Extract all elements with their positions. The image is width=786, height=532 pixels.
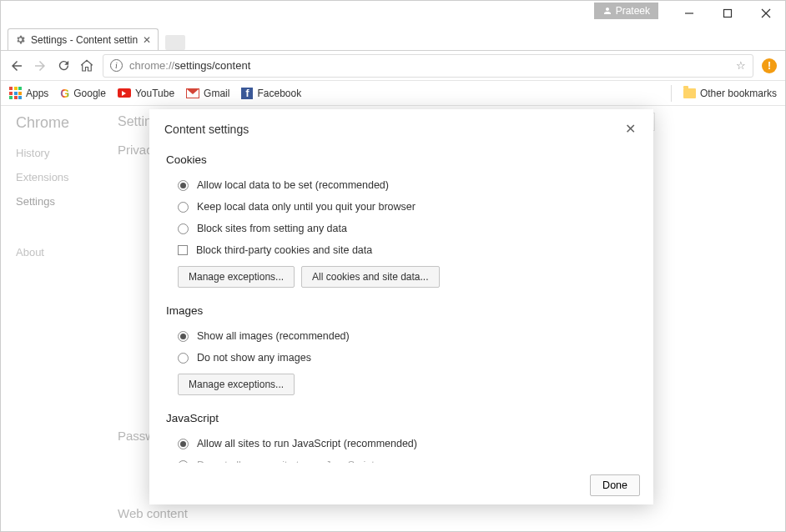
browser-toolbar: i chrome://settings/content ☆ ! <box>1 51 785 81</box>
option-label: Do not allow any site to run JavaScript <box>197 459 375 463</box>
bookmark-google[interactable]: GGoogle <box>60 87 106 100</box>
content-settings-dialog: Content settings ✕ Cookies Allow local d… <box>149 109 653 504</box>
option-label: Do not show any images <box>197 352 311 364</box>
bookmark-label: Gmail <box>204 88 229 99</box>
bookmark-label: Google <box>73 88 106 99</box>
window-titlebar: Prateek <box>1 1 785 26</box>
javascript-allow-option[interactable]: Allow all sites to run JavaScript (recom… <box>166 433 635 454</box>
sidebar-brand: Chrome <box>16 114 103 132</box>
nav-forward-button[interactable] <box>33 58 48 73</box>
images-section: Images Show all images (recommended) Do … <box>166 304 635 395</box>
folder-icon <box>683 88 696 98</box>
sidebar-item-history[interactable]: History <box>16 147 103 159</box>
bookmark-label: Other bookmarks <box>700 88 777 99</box>
radio-icon <box>178 202 189 213</box>
bookmark-label: Apps <box>26 88 48 99</box>
javascript-block-option[interactable]: Do not allow any site to run JavaScript <box>166 454 635 463</box>
gmail-icon <box>186 88 199 98</box>
checkbox-icon <box>178 245 188 255</box>
bookmark-star-icon[interactable]: ☆ <box>736 59 746 72</box>
profile-badge[interactable]: Prateek <box>594 3 658 19</box>
bookmark-label: Facebook <box>257 88 301 99</box>
separator <box>671 85 672 102</box>
tab-close-icon[interactable]: ✕ <box>143 34 151 46</box>
tab-strip: Settings - Content settin ✕ <box>1 26 785 51</box>
images-show-option[interactable]: Show all images (recommended) <box>166 325 635 347</box>
svg-rect-1 <box>724 10 732 18</box>
sidebar-item-settings[interactable]: Settings <box>16 195 103 208</box>
browser-tab[interactable]: Settings - Content settin ✕ <box>8 28 159 50</box>
web-content-section-label: Web content <box>118 506 785 520</box>
dialog-close-button[interactable]: ✕ <box>622 121 638 137</box>
bookmark-other-folder[interactable]: Other bookmarks <box>683 88 777 99</box>
bookmark-gmail[interactable]: Gmail <box>186 88 229 99</box>
dialog-title: Content settings <box>164 123 249 136</box>
youtube-icon <box>118 88 131 98</box>
gear-icon <box>15 34 26 45</box>
option-label: Allow all sites to run JavaScript (recom… <box>197 438 417 449</box>
option-label: Show all images (recommended) <box>197 330 350 342</box>
radio-icon <box>178 180 189 191</box>
cookies-all-data-button[interactable]: All cookies and site data... <box>301 266 439 288</box>
cookies-thirdparty-checkbox[interactable]: Block third-party cookies and site data <box>166 239 635 261</box>
google-icon: G <box>60 87 69 100</box>
bookmarks-bar: Apps GGoogle YouTube Gmail fFacebook Oth… <box>1 81 785 106</box>
nav-reload-button[interactable] <box>56 58 71 73</box>
window-maximize-button[interactable] <box>708 1 747 26</box>
cookies-allow-option[interactable]: Allow local data to be set (recommended) <box>166 174 635 196</box>
cookies-manage-exceptions-button[interactable]: Manage exceptions... <box>178 266 295 288</box>
radio-icon <box>178 439 189 449</box>
address-bar[interactable]: i chrome://settings/content ☆ <box>103 54 753 78</box>
url-text: chrome://settings/content <box>129 59 250 72</box>
javascript-heading: JavaScript <box>166 412 635 424</box>
window-close-button[interactable] <box>747 1 785 26</box>
radio-icon <box>178 331 189 342</box>
radio-icon <box>178 460 189 464</box>
option-label: Block sites from setting any data <box>197 223 347 234</box>
option-label: Allow local data to be set (recommended) <box>197 179 389 191</box>
images-manage-exceptions-button[interactable]: Manage exceptions... <box>178 374 295 395</box>
images-heading: Images <box>166 304 635 317</box>
bookmark-apps[interactable]: Apps <box>9 87 48 99</box>
tab-title: Settings - Content settin <box>31 34 138 46</box>
sidebar-item-extensions[interactable]: Extensions <box>16 171 103 183</box>
profile-name: Prateek <box>616 5 650 17</box>
new-tab-button[interactable] <box>165 35 185 50</box>
option-label: Block third-party cookies and site data <box>196 244 372 256</box>
cookies-heading: Cookies <box>166 153 635 166</box>
cookies-session-option[interactable]: Keep local data only until you quit your… <box>166 196 635 218</box>
radio-icon <box>178 223 189 234</box>
facebook-icon: f <box>241 88 253 99</box>
site-info-icon[interactable]: i <box>110 59 123 72</box>
bookmark-facebook[interactable]: fFacebook <box>241 88 301 99</box>
window-minimize-button[interactable] <box>670 1 708 26</box>
option-label: Keep local data only until you quit your… <box>197 201 416 213</box>
cookies-section: Cookies Allow local data to be set (reco… <box>166 153 635 288</box>
images-block-option[interactable]: Do not show any images <box>166 347 635 369</box>
dialog-scroll-area[interactable]: Cookies Allow local data to be set (reco… <box>166 145 647 463</box>
apps-grid-icon <box>9 87 22 99</box>
javascript-section: JavaScript Allow all sites to run JavaSc… <box>166 412 635 463</box>
person-icon <box>602 6 612 16</box>
nav-home-button[interactable] <box>79 58 94 73</box>
bookmark-youtube[interactable]: YouTube <box>118 88 174 99</box>
settings-sidebar: Chrome History Extensions Settings About <box>1 106 118 531</box>
alert-badge-icon[interactable]: ! <box>762 58 777 73</box>
radio-icon <box>178 353 189 364</box>
dialog-done-button[interactable]: Done <box>590 474 640 496</box>
sidebar-item-about[interactable]: About <box>16 246 103 258</box>
bookmark-label: YouTube <box>135 88 174 99</box>
cookies-block-option[interactable]: Block sites from setting any data <box>166 218 635 239</box>
nav-back-button[interactable] <box>9 58 24 73</box>
